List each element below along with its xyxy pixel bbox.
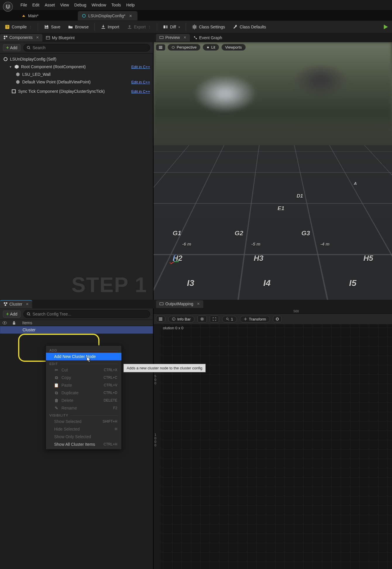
add-cluster-button[interactable]: + Add [3, 311, 20, 318]
svg-text:Y: Y [178, 259, 180, 262]
export-dropdown-icon[interactable]: ⋮ [147, 25, 151, 29]
save-label: Save [51, 25, 60, 29]
tab-my-blueprint[interactable]: My Blueprint [42, 34, 78, 42]
menu-paste[interactable]: 📋 Paste CTRL+V [46, 381, 121, 389]
components-icon [4, 35, 8, 40]
rename-icon: ✎ [54, 406, 59, 410]
menu-help[interactable]: Help [126, 3, 135, 7]
upper-panel-tabs: Components ✕ My Blueprint Preview ✕ Even… [0, 33, 392, 42]
menu-show-all[interactable]: Show All Cluster Items CTRL+H [46, 441, 121, 448]
tab-main[interactable]: Main* [18, 11, 43, 20]
import-button[interactable]: Import [99, 23, 121, 31]
scene-icon [14, 64, 19, 69]
fit-button[interactable] [210, 316, 219, 323]
separator [157, 23, 157, 31]
wrench-icon [233, 24, 238, 30]
level-icon [22, 14, 26, 18]
class-defaults-button[interactable]: Class Defaults [231, 23, 268, 31]
menu-debug[interactable]: Debug [74, 3, 86, 7]
diff-button[interactable]: Diff ▾ [161, 23, 182, 31]
output-mapping-canvas[interactable]: olution 0 x 0 5 0 0 1 0 0 0 [154, 325, 392, 569]
tree-led[interactable]: LSU_LED_Wall [1, 71, 152, 78]
menu-copy-label: Copy [61, 375, 71, 380]
chevron-down-icon[interactable]: ▼ [9, 65, 12, 68]
camera-icon [15, 79, 20, 85]
menu-rename[interactable]: ✎ Rename F2 [46, 404, 121, 412]
viewports-button[interactable]: Viewports [221, 44, 246, 51]
tree-sync[interactable]: Sync Tick Component (DisplayClusterSyncT… [1, 88, 152, 95]
menu-show-only-selected[interactable]: Show Only Selected [46, 433, 121, 441]
close-icon[interactable]: ✕ [24, 302, 29, 306]
add-component-button[interactable]: + Add [3, 44, 20, 51]
eye-icon[interactable] [2, 321, 7, 325]
lower-panel-tabs: Cluster ✕ OutputMapping ✕ [0, 300, 392, 309]
menu-paste-label: Paste [61, 383, 72, 388]
tab-components[interactable]: Components ✕ [0, 34, 42, 42]
tab-cluster[interactable]: Cluster ✕ [0, 300, 32, 308]
cut-icon: ✂ [54, 368, 59, 372]
tab-active[interactable]: LSUnDisplayConfig* ✕ [78, 11, 137, 20]
lock-icon[interactable] [12, 321, 17, 325]
menu-hide-selected[interactable]: Hide Selected H [46, 425, 121, 433]
grid-icon [200, 317, 204, 321]
cluster-root-item[interactable]: Cluster [0, 326, 153, 334]
tab-event-graph-label: Event Graph [199, 35, 222, 40]
tab-event-graph[interactable]: Event Graph [190, 34, 226, 42]
menu-tools[interactable]: Tools [111, 3, 121, 7]
tab-close-icon[interactable]: ✕ [128, 14, 133, 18]
menu-add-cluster-node[interactable]: Add New Cluster Node [46, 353, 121, 360]
tree-self[interactable]: LSUnDisplayConfig (Self) [1, 55, 152, 63]
lit-button[interactable]: Lit [203, 44, 219, 51]
perspective-button[interactable]: Perspective [168, 44, 200, 51]
tree-root[interactable]: ▼ Root Component (RootComponent) Edit in… [1, 63, 152, 71]
class-settings-button[interactable]: Class Settings [190, 23, 227, 31]
menu-show-selected[interactable]: Show Selected SHIFT+H [46, 418, 121, 425]
viewports-label: Viewports [225, 45, 242, 49]
close-icon[interactable]: ✕ [182, 35, 186, 40]
svg-rect-26 [6, 302, 7, 304]
menu-file[interactable]: File [20, 3, 27, 7]
edit-cpp-link[interactable]: Edit in C++ [131, 89, 150, 94]
grid-button[interactable] [197, 316, 207, 323]
menu-window[interactable]: Window [92, 3, 106, 7]
menu-copy[interactable]: ⧉ Copy CTRL+C [46, 374, 121, 381]
close-icon[interactable]: ✕ [34, 35, 39, 40]
edit-cpp-link[interactable]: Edit in C++ [131, 65, 150, 69]
tab-output-mapping-label: OutputMapping [165, 301, 193, 306]
compile-icon: ? [5, 24, 10, 30]
close-icon[interactable]: ✕ [195, 302, 200, 306]
search-icon [27, 46, 31, 50]
tree-dvp[interactable]: Default View Point (DefaultViewPoint) Ed… [1, 78, 152, 86]
svg-point-31 [4, 322, 5, 323]
om-menu-button[interactable] [156, 316, 165, 322]
menu-duplicate[interactable]: ⧉ Duplicate CTRL+D [46, 389, 121, 397]
viewport-menu-button[interactable] [156, 44, 165, 51]
menu-cut[interactable]: ✂ Cut CTRL+X [46, 366, 121, 374]
preview-viewport[interactable]: A D1 E1 G1 G2 G3 -6 m -5 m -4 m H2 H3 H5… [154, 42, 392, 300]
transform-button[interactable]: Transform [240, 316, 270, 323]
menu-delete-shortcut: DELETE [104, 398, 117, 402]
export-button[interactable]: Export ⋮ [125, 23, 153, 31]
edit-cpp-link[interactable]: Edit in C++ [131, 80, 150, 84]
compile-button[interactable]: ? Compile ⋮ [3, 23, 34, 31]
duplicate-icon: ⧉ [54, 391, 59, 395]
info-bar-button[interactable]: i Info Bar [168, 316, 195, 323]
tab-preview[interactable]: Preview ✕ [156, 34, 190, 42]
items-header-label: Items [22, 321, 32, 325]
extra-button[interactable] [273, 316, 282, 322]
search-config-input[interactable]: Search Config Tree... [23, 310, 150, 318]
export-label: Export [134, 25, 146, 29]
menu-delete[interactable]: 🗑 Delete DELETE [46, 397, 121, 404]
search-input[interactable]: Search [23, 44, 150, 52]
menu-asset[interactable]: Asset [45, 3, 55, 7]
menu-view[interactable]: View [60, 3, 69, 7]
menu-edit[interactable]: Edit [32, 3, 39, 7]
zoom-button[interactable]: 1 [222, 316, 237, 323]
compile-dropdown-icon[interactable]: ⋮ [28, 25, 32, 29]
tree-root-label: Root Component (RootComponent) [21, 64, 86, 69]
save-button[interactable]: Save [42, 23, 62, 31]
browse-button[interactable]: Browse [66, 23, 90, 31]
svg-point-29 [27, 313, 30, 315]
tab-output-mapping[interactable]: OutputMapping ✕ [156, 300, 203, 308]
play-icon[interactable] [382, 23, 389, 30]
